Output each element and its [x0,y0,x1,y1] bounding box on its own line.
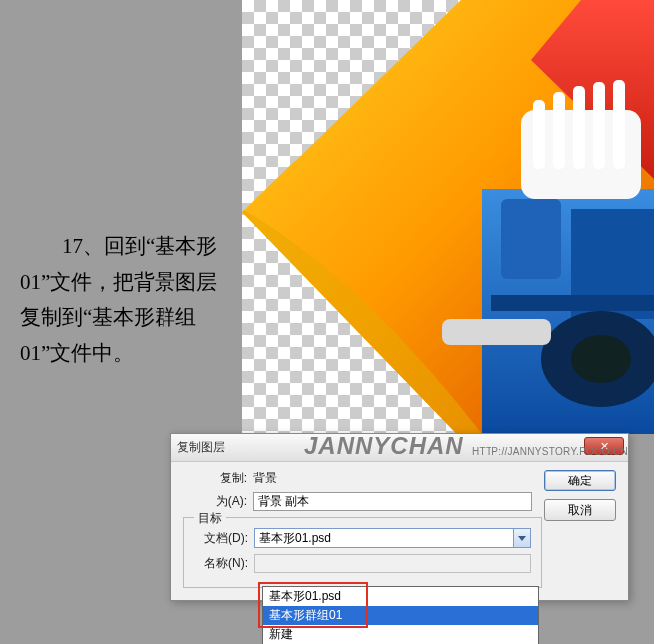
as-label: 为(A): [183,493,247,510]
name-input-disabled [254,554,531,573]
dropdown-option[interactable]: 基本形01.psd [263,587,538,606]
dropdown-option[interactable]: 基本形群组01 [263,606,538,625]
watermark-url: HTTP://JANNYSTORY.POCO.CN [472,446,628,457]
svg-rect-7 [613,80,625,169]
chevron-down-icon[interactable] [513,528,531,548]
svg-rect-3 [533,100,545,169]
svg-rect-5 [573,86,585,169]
target-legend: 目标 [194,510,226,527]
cancel-button[interactable]: 取消 [544,499,616,521]
svg-rect-10 [491,295,654,311]
watermark-brand: JANNYCHAN [304,432,464,460]
document-combobox-text: 基本形01.psd [254,528,513,548]
name-label: 名称(N): [192,555,248,572]
svg-rect-4 [553,92,565,169]
dialog-title: 复制图层 [177,439,225,456]
copy-label: 复制: [183,470,247,486]
document-label: 文档(D): [192,530,248,547]
instruction-text: 17、回到“基本形01”文件，把背景图层复制到“基本形群组01”文件中。 [20,229,229,372]
svg-rect-13 [442,319,551,345]
svg-rect-8 [501,199,561,279]
document-dropdown-list: 基本形01.psd 基本形群组01 新建 [262,586,539,644]
as-input[interactable] [253,492,532,511]
image-canvas [242,0,654,434]
target-fieldset: 目标 文档(D): 基本形01.psd 名称(N): 基本形01.psd 基本形… [183,517,542,588]
document-combobox[interactable]: 基本形01.psd [254,528,531,548]
ok-button[interactable]: 确定 [544,470,616,491]
svg-point-12 [571,335,631,383]
dropdown-option[interactable]: 新建 [263,625,538,644]
svg-rect-6 [593,82,605,169]
